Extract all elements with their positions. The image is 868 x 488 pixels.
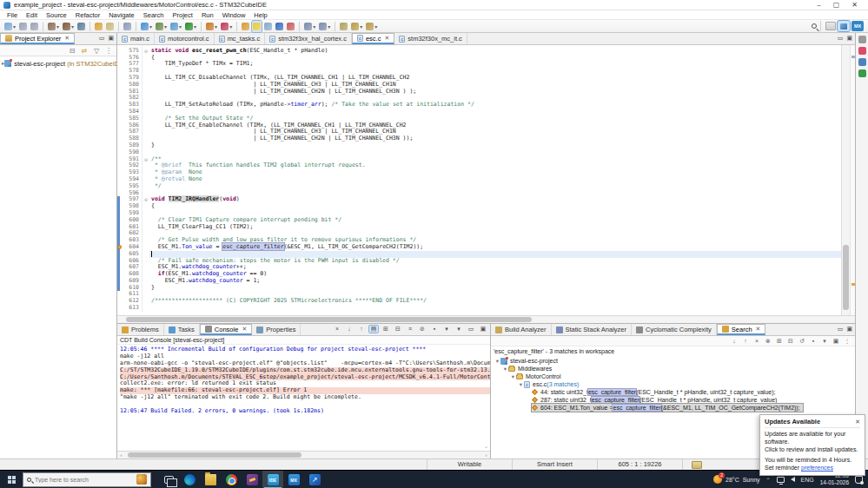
- close-icon[interactable]: ✕: [756, 326, 761, 333]
- open-perspective-button[interactable]: [825, 22, 836, 30]
- code-line[interactable]: 577 TIM_TypeDef * TIMx = TIM1;: [117, 61, 841, 68]
- code-analysis-button[interactable]: ▾: [169, 21, 182, 32]
- close-icon[interactable]: ✕: [384, 35, 389, 42]
- overview-search-mark[interactable]: [851, 283, 855, 286]
- code-text[interactable]: TIM_TypeDef * TIMx = TIM1;: [149, 61, 841, 68]
- collapse-all-icon[interactable]: ⊟: [394, 326, 402, 333]
- search-tree-row[interactable]: ▾cesc.c (3 matches): [491, 380, 855, 388]
- close-icon[interactable]: ✕: [242, 326, 247, 333]
- tab-esc-c[interactable]: cesc.c✕: [352, 33, 394, 44]
- minimize-panel-icon[interactable]: ▭: [838, 326, 844, 333]
- display-selected-console-icon[interactable]: ▾: [442, 326, 451, 333]
- code-line[interactable]: 590: [117, 149, 841, 156]
- console-output[interactable]: ⌄ 12:05:46 **** Incremental Build of con…: [117, 345, 490, 451]
- view-menu-icon[interactable]: ⋮: [843, 338, 851, 345]
- search-daily-image[interactable]: [136, 474, 147, 485]
- clear-console-icon[interactable]: ⊘: [418, 326, 427, 333]
- code-line[interactable]: 601 LL_TIM_ClearFlag_CC1 (TIM2);: [117, 224, 841, 231]
- code-line[interactable]: 575⊖static void esc_reset_pwm_ch(ESC_Han…: [117, 48, 841, 55]
- code-area[interactable]: 574575⊖static void esc_reset_pwm_ch(ESC_…: [117, 45, 855, 315]
- prev-annotation-button[interactable]: ▾: [318, 21, 331, 32]
- editor-horizontal-scrollbar[interactable]: [117, 315, 855, 323]
- menu-refactor[interactable]: Refactor: [71, 11, 104, 19]
- build-all-button[interactable]: ▾: [47, 21, 60, 32]
- scroll-lock-icon[interactable]: ▤: [369, 326, 378, 333]
- tab-properties[interactable]: Properties: [252, 324, 301, 335]
- forward-button[interactable]: ▾: [365, 21, 378, 32]
- notification-close-icon[interactable]: ✕: [855, 419, 860, 425]
- new-search-icon[interactable]: ▾: [820, 338, 829, 345]
- code-text[interactable]: }: [149, 142, 841, 149]
- remove-all-matches-icon[interactable]: ⊗: [764, 338, 772, 345]
- taskbar-app-edge[interactable]: [179, 471, 200, 488]
- code-lines[interactable]: 574575⊖static void esc_reset_pwm_ch(ESC_…: [117, 45, 841, 315]
- undo-button[interactable]: [94, 21, 103, 32]
- mx-perspective-button[interactable]: MX: [851, 21, 864, 31]
- chevron-down-icon[interactable]: ▾: [494, 358, 500, 365]
- menu-file[interactable]: File: [3, 11, 22, 19]
- maximize-panel-icon[interactable]: ▣: [108, 35, 114, 42]
- search-icon[interactable]: [812, 23, 817, 29]
- dropdown-arrow-icon[interactable]: ▾: [56, 23, 59, 30]
- dropdown-arrow-icon[interactable]: ▾: [313, 23, 315, 30]
- tab-stm32f3xx-hal-cortex-c[interactable]: cstm32f3xx_hal_cortex.c: [265, 33, 352, 44]
- editor-vertical-scrollbar[interactable]: [841, 45, 850, 315]
- menu-edit[interactable]: Edit: [22, 11, 42, 19]
- console-hscroll-thumb[interactable]: [128, 452, 301, 458]
- code-line[interactable]: 593 * @param None: [117, 169, 841, 176]
- code-text[interactable]: /******************** (C) COPYRIGHT 2025…: [149, 298, 841, 305]
- view-menu-icon[interactable]: ⋮: [104, 47, 113, 55]
- update-notification[interactable]: Updates Available ✕ Updates are availabl…: [759, 414, 865, 476]
- language-indicator[interactable]: ENG: [801, 477, 814, 483]
- network-icon[interactable]: [777, 477, 785, 483]
- taskbar-app-stm32cubemx[interactable]: MX: [283, 471, 304, 488]
- build-targets-view-icon[interactable]: [858, 69, 866, 77]
- save-all-button[interactable]: [30, 21, 39, 32]
- word-wrap-icon[interactable]: ≡: [406, 326, 414, 333]
- tab-main-c[interactable]: cmain.c: [117, 33, 155, 44]
- dropdown-arrow-icon[interactable]: ▾: [164, 23, 167, 30]
- pin-search-view-icon[interactable]: ▣: [832, 338, 840, 345]
- overview-mark[interactable]: [851, 56, 855, 58]
- search-tree-row[interactable]: 604: ESC_M1.Ton_value = esc_capture_filt…: [491, 404, 855, 412]
- preferences-link[interactable]: preferences: [801, 465, 833, 471]
- code-line[interactable]: 604 ESC_M1.Ton_value = esc_capture_filte…: [117, 244, 841, 251]
- stm32-tools-button[interactable]: [241, 21, 250, 32]
- code-line[interactable]: 609 ESC_M1.watchdog_counter = 1;: [117, 278, 841, 285]
- new-c-project-button[interactable]: [76, 21, 86, 32]
- tab-stm32f30x-mc-it-c[interactable]: cstm32f30x_mc_it.c: [394, 33, 467, 44]
- maximize-button[interactable]: ▢: [833, 1, 840, 10]
- dropdown-arrow-icon[interactable]: ▾: [71, 23, 74, 30]
- tray-expand-icon[interactable]: ⌃: [766, 477, 771, 483]
- menu-search[interactable]: Search: [139, 11, 169, 19]
- tab-motorcontrol-c[interactable]: cmotorcontrol.c: [155, 33, 215, 44]
- next-annotation-button[interactable]: ▾: [303, 21, 316, 32]
- tip-icon[interactable]: [692, 461, 702, 469]
- code-line[interactable]: 583 LL_TIM_SetAutoReload (TIMx, pHandle-…: [117, 102, 841, 109]
- profile-button[interactable]: ▾: [220, 21, 233, 32]
- code-text[interactable]: LL_TIM_SetAutoReload (TIMx, pHandle->tim…: [149, 102, 841, 109]
- code-text[interactable]: */: [149, 183, 841, 190]
- expand-all-icon[interactable]: ⊞: [775, 338, 784, 345]
- code-line[interactable]: 612/******************** (C) COPYRIGHT 2…: [117, 298, 841, 305]
- show-previous-match-icon[interactable]: ↑: [741, 338, 750, 344]
- new-button[interactable]: ▾: [3, 21, 17, 32]
- code-text[interactable]: * @param None: [149, 169, 841, 176]
- fold-marker[interactable]: ⊖: [142, 196, 149, 203]
- prev-console-icon[interactable]: ↑: [357, 326, 366, 333]
- search-tree-row[interactable]: ▾steval-esc-project: [491, 357, 855, 365]
- cancel-search-icon[interactable]: ▪: [809, 338, 818, 344]
- menu-project[interactable]: Project: [169, 11, 197, 19]
- hscroll-thumb[interactable]: [126, 317, 532, 322]
- menu-run[interactable]: Run: [197, 11, 218, 19]
- code-line[interactable]: 610}: [117, 285, 841, 292]
- code-text[interactable]: * @retval None: [149, 176, 841, 183]
- code-line[interactable]: 594 * @retval None: [117, 176, 841, 183]
- taskbar-search-box[interactable]: [23, 472, 151, 487]
- taskbar-app-cube-programmer[interactable]: ↗: [304, 471, 325, 488]
- dropdown-arrow-icon[interactable]: ▾: [229, 23, 232, 30]
- code-text[interactable]: [149, 149, 841, 156]
- menu-source[interactable]: Source: [42, 11, 71, 19]
- fold-marker[interactable]: ⊖: [142, 156, 149, 163]
- code-line[interactable]: 589}: [117, 142, 841, 149]
